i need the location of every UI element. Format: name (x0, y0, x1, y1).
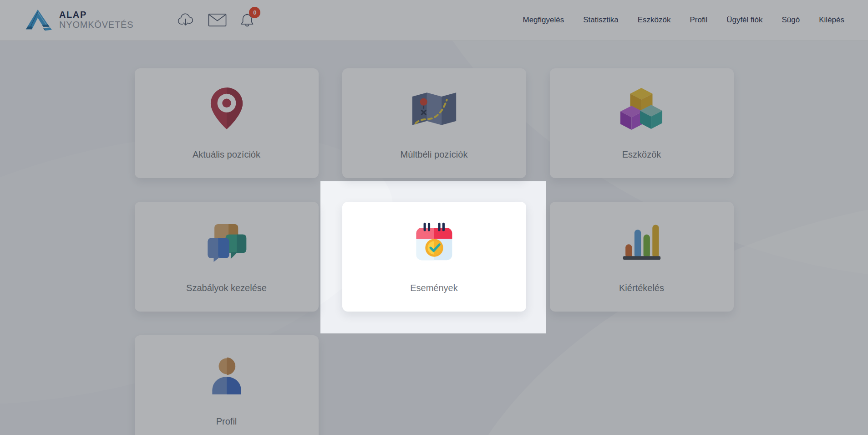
notification-badge: 0 (249, 7, 260, 18)
brand-logo[interactable]: ALAP NYOMKÖVETÉS (24, 6, 133, 34)
tile-esemenyek[interactable]: Események (342, 202, 526, 312)
main-navigation: Megfigyelés Statisztika Eszközök Profil … (523, 15, 844, 25)
tile-eszkozok[interactable]: Eszközök (550, 68, 734, 178)
tile-label: Szabályok kezelése (186, 283, 267, 293)
cubes-icon (620, 87, 663, 130)
tile-label: Eszközök (622, 149, 661, 160)
tile-label: Múltbéli pozíciók (401, 149, 468, 160)
nav-link-kilepes[interactable]: Kilépés (819, 15, 844, 25)
folded-map-icon (411, 87, 457, 130)
logo-icon (24, 6, 52, 34)
bell-icon[interactable]: 0 (240, 12, 254, 28)
tile-szabalyok-kezelese[interactable]: Szabályok kezelése (135, 202, 319, 312)
bar-chart-icon (622, 220, 661, 264)
tile-profil[interactable]: Profil (135, 335, 319, 435)
person-icon (208, 353, 245, 397)
tile-label: Aktuális pozíciók (193, 149, 260, 160)
tile-label: Események (410, 283, 458, 293)
mail-icon[interactable] (208, 13, 227, 27)
tile-kiertekeles[interactable]: Kiértékelés (550, 202, 734, 312)
brand-name: ALAP (59, 10, 133, 20)
calendar-check-icon (414, 220, 455, 264)
nav-link-profil[interactable]: Profil (690, 15, 707, 25)
location-pin-icon (210, 87, 244, 130)
chat-bubbles-icon (205, 220, 248, 264)
brand-subtitle: NYOMKÖVETÉS (59, 20, 133, 30)
top-navbar: ALAP NYOMKÖVETÉS 0 Me (0, 0, 868, 41)
dashboard-grid: Aktuális pozíciók Múltbéli pozíciók (135, 68, 734, 435)
tile-aktualis-poziciok[interactable]: Aktuális pozíciók (135, 68, 319, 178)
cloud-download-icon[interactable] (177, 13, 194, 28)
nav-link-sugo[interactable]: Súgó (782, 15, 800, 25)
navbar-icon-group: 0 (177, 12, 254, 28)
tile-label: Kiértékelés (619, 283, 664, 293)
tile-multbeli-poziciok[interactable]: Múltbéli pozíciók (342, 68, 526, 178)
nav-link-megfigyeles[interactable]: Megfigyelés (523, 15, 564, 25)
nav-link-statisztika[interactable]: Statisztika (583, 15, 618, 25)
tile-label: Profil (216, 416, 237, 427)
nav-link-ugyfel-fiok[interactable]: Ügyfél fiók (726, 15, 762, 25)
nav-link-eszkozok[interactable]: Eszközök (638, 15, 671, 25)
